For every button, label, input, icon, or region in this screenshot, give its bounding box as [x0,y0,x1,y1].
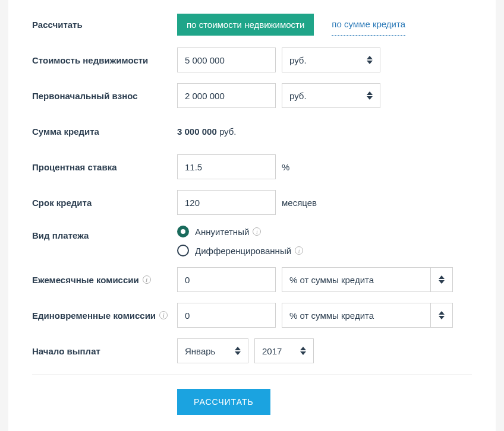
loan-term-row: Срок кредита месяцев [32,190,472,215]
interest-rate-row: Процентная ставка % [32,154,472,179]
payment-type-label: Вид платежа [32,226,177,240]
tab-by-loan-amount[interactable]: по сумме кредита [332,13,405,36]
loan-term-input[interactable] [177,190,276,215]
monthly-fees-input[interactable] [177,267,276,292]
start-date-label: Начало выплат [32,346,177,356]
currency-label: руб. [289,91,307,101]
down-payment-label: Первоначальный взнос [32,91,177,101]
currency-label: руб. [289,55,307,65]
monthly-fees-row: Ежемесячные комиссии % от суммы кредита [32,267,472,292]
sort-arrows-icon [300,347,306,355]
info-icon[interactable] [143,275,151,284]
payment-type-differentiated-option[interactable]: Дифференцированный [177,245,303,256]
one-time-fees-row: Единовременные комиссии % от суммы креди… [32,303,472,328]
loan-amount-value: 3 000 000 руб. [177,126,237,137]
property-cost-input[interactable] [177,47,276,72]
one-time-fees-input[interactable] [177,303,276,328]
info-icon[interactable] [159,311,168,319]
payment-type-annuity-option[interactable]: Аннуитетный [177,226,303,237]
sort-arrows-icon [439,311,445,319]
property-cost-currency-select[interactable]: руб. [282,47,380,72]
loan-amount-row: Сумма кредита 3 000 000 руб. [32,119,472,144]
payment-type-row: Вид платежа Аннуитетный Дифференцированн… [32,226,472,256]
calculate-button[interactable]: РАССЧИТАТЬ [177,389,270,415]
interest-rate-input[interactable] [177,154,276,179]
radio-unselected-icon [177,245,189,256]
start-date-row: Начало выплат Январь 2017 [32,338,472,363]
loan-term-label: Срок кредита [32,198,177,208]
property-cost-label: Стоимость недвижимости [32,55,177,65]
radio-selected-icon [177,226,189,237]
start-year-select[interactable]: 2017 [254,338,314,363]
percent-label: % [282,162,289,172]
info-icon[interactable] [295,246,303,255]
monthly-fees-label: Ежемесячные комиссии [32,275,177,285]
interest-rate-label: Процентная ставка [32,162,177,172]
loan-calculator-form: Рассчитать по стоимости недвижимости по … [8,0,496,431]
calculate-by-label: Рассчитать [32,20,177,30]
down-payment-input[interactable] [177,83,276,108]
one-time-fees-label: Единовременные комиссии [32,310,177,321]
sort-arrows-icon [367,56,373,64]
sort-arrows-icon [439,275,445,284]
loan-amount-label: Сумма кредита [32,126,177,137]
one-time-fees-unit-arrows[interactable] [430,303,453,328]
calculate-by-row: Рассчитать по стоимости недвижимости по … [32,12,472,37]
start-month-select[interactable]: Январь [177,338,248,363]
sort-arrows-icon [235,347,241,355]
info-icon[interactable] [253,227,261,236]
one-time-fees-unit-select[interactable]: % от суммы кредита [282,303,430,328]
down-payment-currency-select[interactable]: руб. [282,83,380,108]
submit-section: РАССЧИТАТЬ [32,374,472,415]
tab-by-property-cost[interactable]: по стоимости недвижимости [177,14,314,36]
monthly-fees-unit-arrows[interactable] [430,267,453,292]
down-payment-row: Первоначальный взнос руб. [32,83,472,108]
sort-arrows-icon [367,91,373,100]
payment-type-radio-group: Аннуитетный Дифференцированный [177,226,303,256]
monthly-fees-unit-select[interactable]: % от суммы кредита [282,267,430,292]
months-label: месяцев [282,198,317,208]
property-cost-row: Стоимость недвижимости руб. [32,47,472,72]
